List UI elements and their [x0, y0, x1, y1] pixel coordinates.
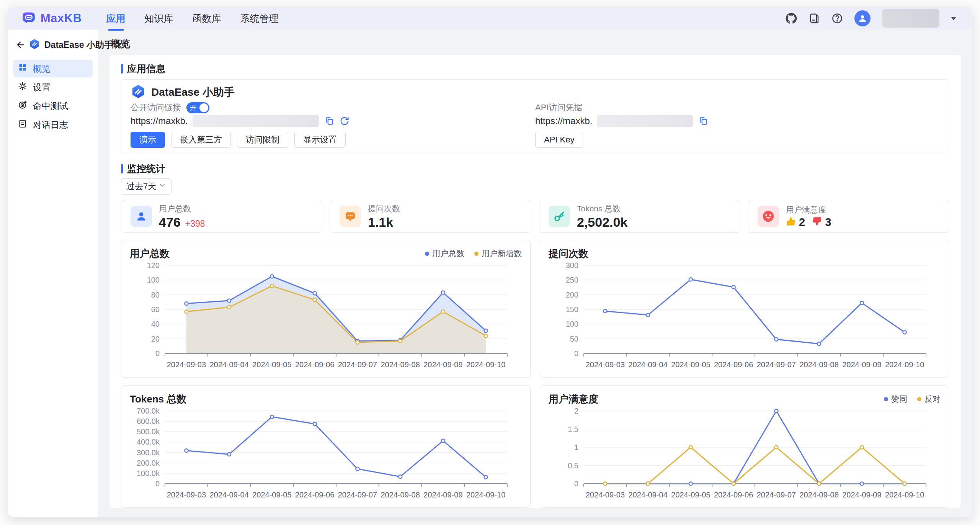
api-url-redacted [597, 115, 693, 127]
stat-delta: +398 [185, 219, 205, 229]
satisfaction-chart-plot: 00.511.522024-09-032024-09-042024-09-052… [549, 406, 941, 504]
docs-icon[interactable] [808, 13, 820, 24]
chart-card-users: 用户总数 用户总数用户新增数 0204060801001202024-09-03… [121, 240, 531, 378]
chart-card-tokens: Tokens 总数 0100.0k200.0k300.0k400.0k500.0… [121, 385, 531, 508]
svg-text:2024-09-03: 2024-09-03 [586, 360, 625, 369]
public-url-redacted [193, 115, 319, 127]
svg-text:100.0k: 100.0k [137, 469, 160, 478]
svg-text:20: 20 [151, 335, 160, 343]
svg-text:0: 0 [155, 479, 160, 488]
nav-item-system[interactable]: 系统管理 [240, 12, 279, 25]
api-credentials-block: API访问凭据 https://maxkb. [535, 103, 940, 148]
public-link-toggle[interactable]: 开 [186, 102, 209, 113]
nav-item-functions[interactable]: 函数库 [193, 12, 221, 25]
sidebar-item-settings[interactable]: 设置 [13, 79, 93, 96]
nav-item-apps[interactable]: 应用 [106, 12, 126, 25]
svg-text:2024-09-10: 2024-09-10 [466, 360, 505, 369]
username-redacted [882, 9, 939, 28]
public-link-label: 公开访问链接 [131, 102, 181, 113]
thumb-up-count: 2 [799, 216, 805, 229]
demo-button[interactable]: 演示 [131, 132, 165, 148]
svg-text:200.0k: 200.0k [137, 459, 160, 467]
svg-text:2024-09-09: 2024-09-09 [423, 491, 462, 499]
svg-text:0.5: 0.5 [568, 461, 578, 470]
chart-legend: 赞同反对 [884, 394, 941, 404]
maxkb-logo-icon [21, 10, 36, 26]
svg-text:2024-09-06: 2024-09-06 [295, 360, 334, 369]
public-link-block: 公开访问链接 开 https://maxkb. [131, 103, 535, 148]
app-name: DataEase 小助手 [151, 85, 235, 100]
svg-text:150: 150 [566, 305, 578, 314]
dataease-hexagon-icon [29, 38, 40, 51]
chart-card-questions: 提问次数 0501001502002503002024-09-032024-09… [540, 240, 949, 378]
chart-title: 用户满意度 [549, 393, 598, 406]
sidebar-item-hit-test[interactable]: 命中测试 [13, 97, 93, 115]
stat-value: 476 [159, 215, 181, 230]
api-credentials-label: API访问凭据 [535, 102, 582, 113]
svg-text:400.0k: 400.0k [137, 438, 160, 446]
refresh-icon[interactable] [339, 116, 350, 126]
svg-text:2024-09-08: 2024-09-08 [799, 360, 838, 369]
content-card: 应用信息 DataEase 小助手 [109, 55, 961, 508]
sidebar-item-chat-logs[interactable]: 对话日志 [13, 116, 93, 134]
thumb-up-icon [786, 216, 796, 228]
questions-chart-plot: 0501001502002503002024-09-032024-09-0420… [549, 260, 941, 374]
page-title: 概览 [98, 30, 972, 55]
stat-label: 用户满意度 [786, 204, 835, 215]
key-icon [549, 206, 570, 227]
svg-text:600.0k: 600.0k [137, 417, 160, 425]
legend-label: 反对 [924, 394, 941, 404]
svg-text:2024-09-04: 2024-09-04 [628, 491, 667, 499]
tokens-chart-plot: 0100.0k200.0k300.0k400.0k500.0k600.0k700… [130, 406, 522, 504]
smiley-icon [758, 206, 779, 227]
legend-label: 用户新增数 [482, 248, 522, 259]
time-range-value: 过去7天 [126, 181, 156, 192]
svg-text:2024-09-04: 2024-09-04 [209, 360, 248, 369]
app-window: MaxKB 应用 知识库 函数库 系统管理 [8, 7, 972, 517]
svg-text:2024-09-05: 2024-09-05 [671, 491, 710, 499]
nav-item-knowledge[interactable]: 知识库 [145, 12, 173, 25]
svg-text:300: 300 [566, 261, 578, 270]
api-key-button[interactable]: API Key [535, 132, 583, 148]
svg-text:300.0k: 300.0k [137, 448, 160, 457]
chart-title: 提问次数 [549, 247, 588, 260]
back-arrow-icon[interactable] [15, 40, 24, 50]
legend-item[interactable]: 用户总数 [425, 248, 464, 259]
embed-third-party-button[interactable]: 嵌入第三方 [171, 132, 231, 148]
legend-label: 用户总数 [432, 248, 464, 259]
svg-text:100: 100 [566, 320, 578, 328]
sidebar-item-overview[interactable]: 概览 [13, 60, 93, 77]
legend-item[interactable]: 反对 [917, 394, 941, 404]
main-area: 概览 应用信息 DataEase 小助手 [98, 30, 972, 517]
github-icon[interactable] [786, 13, 797, 24]
user-avatar[interactable] [854, 10, 871, 26]
sidebar: DataEase 小助手 概览 [8, 30, 98, 517]
svg-text:40: 40 [151, 320, 160, 328]
legend-dot-icon [917, 397, 921, 401]
public-url-text: https://maxkb. [131, 116, 188, 126]
legend-item[interactable]: 用户新增数 [474, 248, 522, 259]
svg-text:2024-09-06: 2024-09-06 [714, 360, 753, 369]
help-icon[interactable] [831, 13, 843, 24]
svg-text:100: 100 [147, 276, 160, 284]
api-url-text: https://maxkb. [535, 116, 592, 126]
chat-bubble-icon [340, 206, 361, 227]
time-range-select[interactable]: 过去7天 [121, 178, 172, 195]
user-menu-caret-icon[interactable] [951, 17, 956, 20]
stat-card-questions: 提问次数 1.1k [330, 200, 531, 233]
svg-text:2024-09-05: 2024-09-05 [252, 491, 291, 499]
legend-item[interactable]: 赞同 [884, 394, 907, 404]
access-restriction-button[interactable]: 访问限制 [237, 132, 288, 148]
sidebar-item-label: 设置 [33, 82, 51, 93]
svg-text:2024-09-09: 2024-09-09 [423, 360, 462, 369]
display-settings-button[interactable]: 显示设置 [294, 132, 346, 148]
app-info-card: DataEase 小助手 公开访问链接 开 [121, 79, 949, 153]
copy-icon[interactable] [698, 116, 708, 126]
brand[interactable]: MaxKB [21, 10, 82, 26]
thumb-down-icon [812, 216, 822, 228]
copy-icon[interactable] [324, 116, 334, 126]
section-title: 应用信息 [127, 62, 165, 75]
svg-text:1.5: 1.5 [568, 425, 578, 433]
svg-text:2024-09-10: 2024-09-10 [885, 491, 924, 499]
svg-text:2024-09-09: 2024-09-09 [842, 491, 881, 499]
